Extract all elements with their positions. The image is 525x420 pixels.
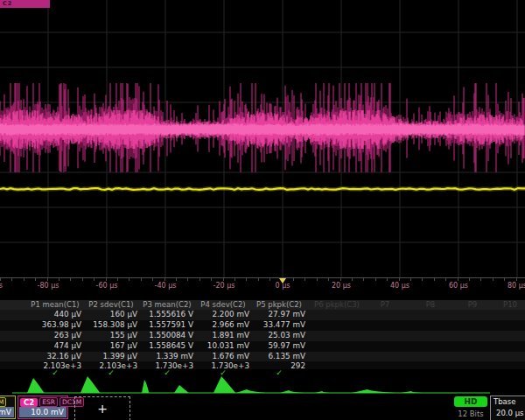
axis-label: -40 µs (155, 282, 177, 290)
measurement-value: 59.97 mV (251, 341, 307, 352)
waveform-canvas (0, 0, 525, 278)
measurement-table: P1 mean(C1)440 µV363.98 µV263 µV474 µV32… (0, 300, 525, 374)
measurement-header-unused[interactable]: P7 (381, 300, 390, 309)
bottom-bar: C1 DC1M 10.0 mV C2 ESR DC1M 10.0 mV + HD… (0, 395, 525, 420)
axis-label: -80 µs (38, 282, 60, 290)
trigger-position-icon[interactable] (279, 278, 286, 284)
histogram-strip (0, 374, 525, 396)
histogram-canvas (0, 374, 525, 396)
channel-c2-descriptor[interactable]: C2 ESR DC1M 10.0 mV (18, 396, 68, 419)
measurement-header-p5[interactable]: P5 pkpk(C2) (251, 300, 307, 309)
timebase-label: Tbase (494, 397, 515, 406)
measurement-value: 27.97 mV (251, 310, 307, 320)
measurement-header-p1[interactable]: P1 mean(C1) (27, 300, 83, 309)
measurement-value: 1.558645 V (139, 341, 195, 352)
measurement-value: 1.555616 V (139, 310, 195, 320)
c1-scale-value: 10.0 mV (0, 407, 14, 417)
measurement-column-p5: P5 pkpk(C2)27.97 mV33.477 mV25.03 mV59.9… (251, 300, 307, 374)
plus-icon: + (97, 402, 108, 416)
measurement-value: 160 µV (83, 310, 139, 320)
waveform-grid: C2 (0, 0, 525, 278)
measurement-value: 2.966 mV (195, 320, 251, 331)
measurement-column-p1: P1 mean(C1)440 µV363.98 µV263 µV474 µV32… (27, 300, 83, 374)
axis-label: -100 µs (0, 282, 3, 290)
axis-label: 40 µs (390, 282, 410, 290)
measurement-value: 25.03 mV (251, 331, 307, 341)
c2-label-badge: C2 (20, 398, 38, 407)
measurement-column-p2: P2 sdev(C1)160 µV158.308 µV155 µV167 µV1… (83, 300, 139, 374)
measurement-column-p3: P3 mean(C2)1.555616 V1.557591 V1.550084 … (139, 300, 195, 374)
trace-descriptor-badge[interactable]: C2 (0, 0, 50, 8)
measurement-value: 440 µV (27, 310, 83, 320)
axis-label: -20 µs (214, 282, 235, 290)
axis-label: 20 µs (332, 282, 351, 290)
measurement-header-unused[interactable]: P10 (503, 300, 517, 309)
measurement-header-unused[interactable]: P8 (426, 300, 436, 309)
measurement-value: 1.557591 V (139, 320, 195, 331)
measurement-value: 10.031 mV (195, 341, 251, 352)
hd-bits-label: 12 Bits (452, 410, 490, 418)
c2-scale-value: 10.0 mV (19, 407, 66, 417)
measurement-value: 33.477 mV (251, 320, 307, 331)
measurement-column-p4: P4 sdev(C2)2.200 mV2.966 mV1.891 mV10.03… (195, 300, 251, 374)
measurement-value: 1.891 mV (195, 331, 251, 341)
measurement-header-p3[interactable]: P3 mean(C2) (139, 300, 195, 309)
measurement-header-unused[interactable]: P6 pkpk(C3) (314, 300, 360, 309)
c1-coupling-tag: DC1M (0, 397, 6, 407)
oscilloscope-screen: C2 -100 µs-80 µs-60 µs-40 µs-20 µs0 µs20… (0, 0, 525, 420)
measurement-header-unused[interactable]: P9 (468, 300, 478, 309)
axis-label: 80 µs (508, 282, 525, 290)
timebase-descriptor[interactable]: Tbase 20.0 µs (490, 396, 525, 420)
add-trace-button[interactable]: + (74, 396, 130, 420)
axis-tick-marks (0, 278, 525, 281)
timebase-value: 20.0 µs (496, 409, 523, 417)
measurement-value: 1.550084 V (139, 331, 195, 341)
measurement-header-p2[interactable]: P2 sdev(C1) (83, 300, 139, 309)
measurement-value: 474 µV (27, 341, 83, 352)
channel-c1-descriptor[interactable]: C1 DC1M 10.0 mV (0, 396, 16, 419)
axis-label: 60 µs (449, 282, 468, 290)
measurement-value: 155 µV (83, 331, 139, 341)
measurement-value: 363.98 µV (27, 320, 83, 331)
measurement-value: 2.200 mV (195, 310, 251, 320)
measurement-header-p4[interactable]: P4 sdev(C2) (195, 300, 251, 309)
time-axis: -100 µs-80 µs-60 µs-40 µs-20 µs0 µs20 µs… (0, 277, 525, 300)
measurement-value: 263 µV (27, 331, 83, 341)
measurement-value: 167 µV (83, 341, 139, 352)
hd-mode-badge[interactable]: HD (454, 396, 487, 407)
c2-esr-tag: ESR (39, 397, 58, 407)
measurement-value: 158.308 µV (83, 320, 139, 331)
axis-label: -60 µs (96, 282, 118, 290)
